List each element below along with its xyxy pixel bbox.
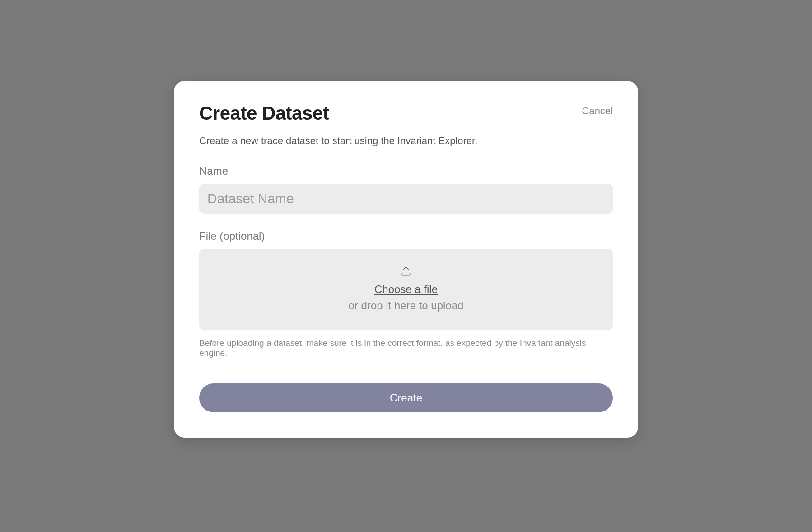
file-field-label: File (optional) xyxy=(199,230,613,243)
upload-icon xyxy=(400,265,412,277)
cancel-button[interactable]: Cancel xyxy=(582,105,613,117)
format-helper-text: Before uploading a dataset, make sure it… xyxy=(199,338,613,358)
name-field-label: Name xyxy=(199,165,613,177)
create-dataset-modal: Create Dataset Cancel Create a new trace… xyxy=(174,81,638,438)
modal-description: Create a new trace dataset to start usin… xyxy=(199,135,613,147)
create-button[interactable]: Create xyxy=(199,383,613,412)
choose-file-link[interactable]: Choose a file xyxy=(374,283,438,296)
dataset-name-input[interactable] xyxy=(199,184,613,214)
modal-title: Create Dataset xyxy=(199,103,329,124)
file-dropzone[interactable]: Choose a file or drop it here to upload xyxy=(199,249,613,330)
modal-header: Create Dataset Cancel xyxy=(199,103,613,124)
drop-hint-text: or drop it here to upload xyxy=(349,299,464,312)
